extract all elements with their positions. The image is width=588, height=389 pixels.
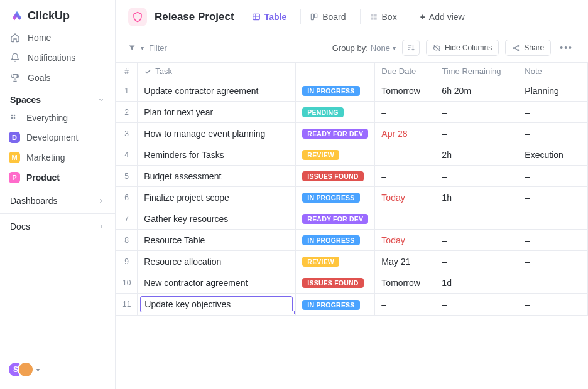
status-pill[interactable]: READY FOR DEV (302, 129, 368, 139)
table-row[interactable]: 7 Gather key resources READY FOR DEV – –… (116, 208, 588, 230)
time-remaining-cell[interactable]: – (435, 208, 518, 230)
brand-logo[interactable]: ClickUp (0, 0, 115, 28)
table-row[interactable]: 10 New contractor agreement ISSUES FOUND… (116, 272, 588, 294)
note-cell[interactable]: – (518, 208, 588, 230)
space-item[interactable]: MMarketing (0, 147, 115, 168)
avatar-stack[interactable]: S ▾ (8, 361, 40, 378)
table-row[interactable]: 6 Finalize project scope IN PROGRESS Tod… (116, 187, 588, 208)
space-badge: D (9, 132, 20, 143)
col-header-num[interactable]: # (116, 63, 138, 80)
view-tab-table[interactable]: Table (247, 9, 292, 24)
space-item[interactable]: PProduct (0, 168, 115, 188)
due-date-cell[interactable]: Today (375, 230, 435, 251)
nav-home[interactable]: Home (0, 28, 115, 48)
table-row[interactable]: 1 Update contractor agreement IN PROGRES… (116, 80, 588, 102)
spaces-header[interactable]: Spaces (0, 88, 115, 109)
status-pill[interactable]: READY FOR DEV (302, 214, 368, 224)
avatar[interactable] (18, 361, 34, 378)
col-header-task[interactable]: Task (138, 63, 296, 80)
row-number: 9 (116, 251, 138, 272)
svg-point-3 (14, 117, 16, 119)
resize-handle[interactable] (291, 311, 295, 314)
main: Release Project Table Board Box + Add vi… (116, 0, 588, 389)
note-cell[interactable]: – (518, 294, 588, 316)
table-row[interactable]: 11 Update key objectives IN PROGRESS – –… (116, 294, 588, 316)
time-remaining-cell[interactable]: 6h 20m (435, 80, 518, 102)
time-remaining-cell[interactable]: – (435, 102, 518, 123)
svg-point-2 (11, 117, 13, 119)
share-button[interactable]: Share (505, 40, 551, 56)
time-remaining-cell[interactable]: – (435, 251, 518, 272)
task-name: How to manage event planning (144, 129, 265, 139)
note-cell[interactable]: – (518, 187, 588, 208)
due-date-cell[interactable]: – (375, 208, 435, 230)
table-row[interactable]: 2 Plan for next year PENDING – – – (116, 102, 588, 123)
row-number: 10 (116, 272, 138, 294)
table-row[interactable]: 3 How to manage event planning READY FOR… (116, 123, 588, 144)
due-date-cell[interactable]: – (375, 102, 435, 123)
nav-goals[interactable]: Goals (0, 68, 115, 88)
status-pill[interactable]: IN PROGRESS (302, 235, 359, 245)
hide-columns-button[interactable]: Hide Columns (426, 40, 499, 56)
status-pill[interactable]: IN PROGRESS (302, 86, 359, 96)
status-pill[interactable]: IN PROGRESS (302, 193, 359, 203)
due-date-cell[interactable]: – (375, 294, 435, 316)
time-remaining-cell[interactable]: 1h (435, 187, 518, 208)
time-remaining-cell[interactable]: – (435, 123, 518, 144)
view-tab-add[interactable]: + Add view (411, 9, 470, 24)
table-row[interactable]: 4 Reminders for Tasks REVIEW – 2h Execut… (116, 144, 588, 166)
col-header-time[interactable]: Time Remaining (435, 63, 518, 80)
note-cell[interactable]: – (518, 166, 588, 187)
status-pill[interactable]: IN PROGRESS (302, 300, 359, 310)
due-date-cell[interactable]: Today (375, 187, 435, 208)
filter-label: Filter (149, 43, 167, 53)
table-row[interactable]: 5 Budget assessment ISSUES FOUND – – – (116, 166, 588, 187)
space-everything[interactable]: Everything (0, 109, 115, 127)
row-number: 2 (116, 102, 138, 123)
time-remaining-cell[interactable]: – (435, 294, 518, 316)
status-pill[interactable]: ISSUES FOUND (302, 278, 363, 288)
row-number: 1 (116, 80, 138, 102)
more-menu[interactable]: ••• (557, 43, 575, 53)
status-pill[interactable]: ISSUES FOUND (302, 171, 363, 181)
col-header-status[interactable] (296, 63, 375, 80)
filter-button[interactable]: ▾ Filter (128, 43, 167, 53)
due-date-cell[interactable]: Apr 28 (375, 123, 435, 144)
status-pill[interactable]: PENDING (302, 107, 343, 117)
sidebar-dashboards[interactable]: Dashboards (0, 188, 115, 213)
time-remaining-cell[interactable]: – (435, 166, 518, 187)
note-cell[interactable]: Execution (518, 144, 588, 166)
space-item-label: Marketing (26, 152, 65, 163)
plus-icon: + (420, 12, 425, 22)
due-date-cell[interactable]: May 21 (375, 251, 435, 272)
time-remaining-cell[interactable]: – (435, 230, 518, 251)
due-date-cell[interactable]: – (375, 144, 435, 166)
col-header-note[interactable]: Note (518, 63, 588, 80)
view-tab-box[interactable]: Box (360, 9, 402, 24)
table-row[interactable]: 8 Resource Table IN PROGRESS Today – – (116, 230, 588, 251)
task-name-editing[interactable]: Update key objectives (140, 296, 293, 312)
row-number: 4 (116, 144, 138, 166)
sort-button[interactable] (402, 40, 420, 56)
note-cell[interactable]: – (518, 102, 588, 123)
col-header-due[interactable]: Due Date (375, 63, 435, 80)
note-cell[interactable]: – (518, 272, 588, 294)
nav-notifications[interactable]: Notifications (0, 48, 115, 68)
group-by-selector[interactable]: Group by: None ▾ (332, 43, 396, 53)
note-cell[interactable]: – (518, 123, 588, 144)
view-tab-board[interactable]: Board (300, 9, 351, 24)
sort-icon (406, 43, 415, 52)
status-pill[interactable]: REVIEW (302, 257, 339, 267)
sidebar-docs[interactable]: Docs (0, 213, 115, 239)
time-remaining-cell[interactable]: 1d (435, 272, 518, 294)
note-cell[interactable]: Planning (518, 80, 588, 102)
due-date-cell[interactable]: – (375, 166, 435, 187)
status-pill[interactable]: REVIEW (302, 150, 339, 160)
table-row[interactable]: 9 Resource allocation REVIEW May 21 – – (116, 251, 588, 272)
due-date-cell[interactable]: Tomorrow (375, 272, 435, 294)
note-cell[interactable]: – (518, 230, 588, 251)
space-item[interactable]: DDevelopment (0, 127, 115, 147)
due-date-cell[interactable]: Tomorrow (375, 80, 435, 102)
note-cell[interactable]: – (518, 251, 588, 272)
time-remaining-cell[interactable]: 2h (435, 144, 518, 166)
